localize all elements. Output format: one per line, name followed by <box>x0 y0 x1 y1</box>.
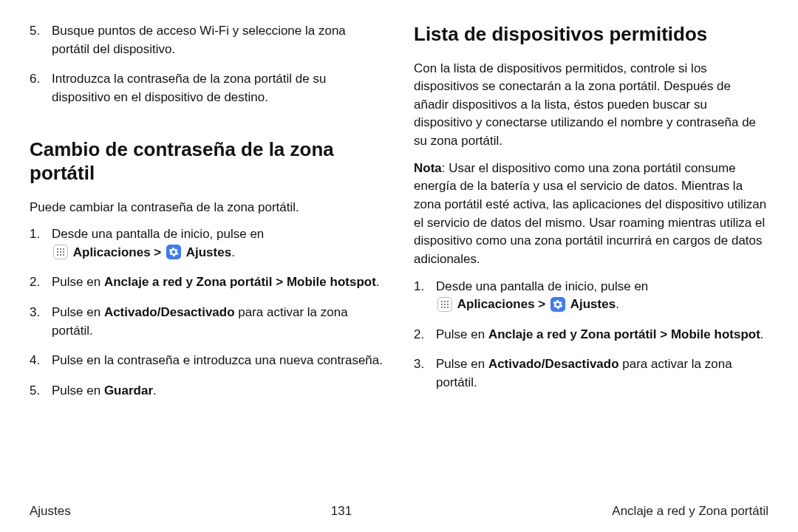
intro-change-password: Puede cambiar la contraseña de la zona p… <box>30 199 384 217</box>
settings-label: Ajustes <box>570 297 615 311</box>
heading-change-password: Cambio de contraseña de la zona portátil <box>30 137 384 185</box>
chevron: > <box>538 297 549 311</box>
continued-steps: Busque puntos de acceso Wi-Fi y seleccio… <box>30 22 384 119</box>
cp-step-1: Desde una pantalla de inicio, pulse en A… <box>30 225 384 262</box>
ad-step-3: Pulse en Activado/Desactivado para activ… <box>414 355 768 392</box>
ad-step-2: Pulse en Anclaje a red y Zona portátil >… <box>414 326 768 344</box>
cp-step-4: Pulse en la contraseña e introduzca una … <box>30 352 384 370</box>
text: Pulse en <box>436 327 488 341</box>
bold: Mobile hotspot <box>671 327 760 341</box>
cp-step-2: Pulse en Anclaje a red y Zona portátil >… <box>30 273 384 292</box>
bold: Activado/Desactivado <box>488 357 619 371</box>
footer-left: Ajustes <box>30 504 71 519</box>
settings-icon <box>166 245 181 259</box>
cp-step-3: Pulse en Activado/Desactivado para activ… <box>30 304 384 340</box>
bold: Guardar <box>104 383 153 398</box>
bold: Anclaje a red y Zona portátil <box>104 275 273 289</box>
step-6: Introduzca la contraseña de la zona port… <box>30 70 384 106</box>
footer-page-number: 131 <box>331 504 352 519</box>
footer-right: Anclaje a red y Zona portátil <box>612 504 768 519</box>
apps-icon <box>53 245 68 259</box>
chevron: > <box>154 245 165 259</box>
text: Desde una pantalla de inicio, pulse en <box>52 227 264 241</box>
text: Desde una pantalla de inicio, pulse en <box>436 279 648 293</box>
settings-label: Ajustes <box>186 245 231 259</box>
allowed-devices-para1: Con la lista de dispositivos permitidos,… <box>414 60 768 151</box>
bold: Anclaje a red y Zona portátil <box>488 327 657 341</box>
text: Pulse en <box>52 275 104 289</box>
heading-allowed-devices: Lista de dispositivos permitidos <box>414 22 768 47</box>
page-footer: Ajustes 131 Anclaje a red y Zona portáti… <box>30 504 768 519</box>
note-body: : Usar el dispositivo como una zona port… <box>414 161 766 266</box>
apps-icon <box>437 297 452 312</box>
settings-icon <box>550 297 565 312</box>
bold: Activado/Desactivado <box>104 305 235 319</box>
allowed-devices-steps: Desde una pantalla de inicio, pulse en A… <box>414 278 768 404</box>
allowed-devices-note: Nota: Usar el dispositivo como una zona … <box>414 160 768 269</box>
ad-step-1: Desde una pantalla de inicio, pulse en A… <box>414 278 768 314</box>
bold: Mobile hotspot <box>287 275 376 289</box>
text: Pulse en <box>52 305 104 319</box>
apps-label: Aplicaciones <box>73 245 151 259</box>
text: Pulse en <box>436 357 488 371</box>
note-label: Nota <box>414 161 442 175</box>
text: Pulse en <box>52 383 104 398</box>
step-5: Busque puntos de acceso Wi-Fi y seleccio… <box>30 22 384 58</box>
change-password-steps: Desde una pantalla de inicio, pulse en A… <box>30 225 384 412</box>
apps-label: Aplicaciones <box>457 297 535 311</box>
cp-step-5: Pulse en Guardar. <box>30 382 384 400</box>
